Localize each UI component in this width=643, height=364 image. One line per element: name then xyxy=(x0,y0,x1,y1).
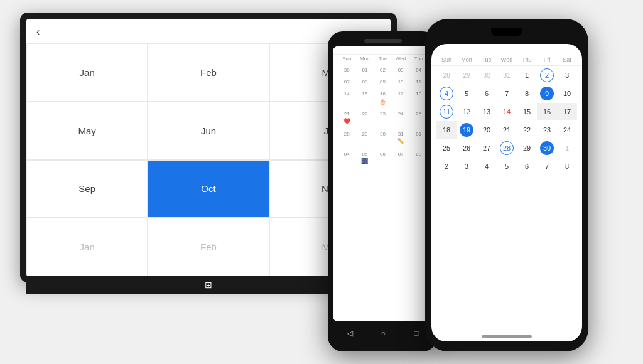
phone-day-cell[interactable]: 31✏️ xyxy=(392,129,410,147)
phone-day-cell[interactable]: 22 xyxy=(356,109,374,127)
phone-day-cell[interactable]: 01 xyxy=(356,65,374,75)
iphone-day-cell[interactable]: 1 xyxy=(557,139,577,157)
iphone-day-cell[interactable]: 20 xyxy=(477,121,497,139)
iphone-day-cell[interactable]: 1 xyxy=(517,67,537,84)
iphone-day-headers: SunMonTueWedThuFriSat xyxy=(431,54,582,66)
iphone-day-cell[interactable]: 18 xyxy=(436,121,457,139)
tablet-month-cell[interactable]: Jun xyxy=(148,102,269,160)
iphone-week-row: 18192021222324 xyxy=(436,121,577,139)
back-icon[interactable]: ‹ xyxy=(36,26,40,38)
iphone-day-cell[interactable]: 22 xyxy=(517,121,537,139)
iphone-day-cell[interactable]: 3 xyxy=(557,67,577,84)
phone-header xyxy=(333,46,433,55)
iphone-day-cell[interactable]: 7 xyxy=(537,158,557,175)
phone-day-cell[interactable]: 29 xyxy=(356,129,374,147)
iphone-screen: SunMonTueWedThuFriSat 282930311234567891… xyxy=(431,44,582,341)
phone-day-cell[interactable]: 30 xyxy=(374,129,392,147)
iphone-day-cell[interactable]: 2 xyxy=(537,67,557,84)
iphone-day-cell[interactable]: 5 xyxy=(497,158,517,175)
phone-home-nav[interactable]: ○ xyxy=(381,329,386,338)
iphone-day-cell[interactable]: 31 xyxy=(497,67,517,84)
iphone-week-row: 28293031123 xyxy=(436,67,577,84)
iphone-day-cell[interactable]: 7 xyxy=(497,85,517,102)
iphone-day-header: Mon xyxy=(457,56,477,63)
iphone-day-cell[interactable]: 29 xyxy=(517,139,537,157)
iphone-day-cell[interactable]: 11 xyxy=(436,103,457,120)
iphone-day-cell[interactable]: 4 xyxy=(477,158,497,175)
phone-nav-bar: ◁ ○ □ xyxy=(333,324,433,343)
iphone-day-cell[interactable]: 17 xyxy=(557,103,577,120)
phone-day-cell[interactable]: 04 xyxy=(338,149,356,167)
phone-day-cell[interactable]: 07 xyxy=(338,77,356,87)
phone-day-cell[interactable]: 23 xyxy=(374,109,392,127)
phone-notch xyxy=(364,39,402,43)
iphone-day-header: Sun xyxy=(436,56,457,63)
iphone-day-cell[interactable]: 25 xyxy=(436,139,457,157)
iphone-day-cell[interactable]: 2 xyxy=(436,158,457,175)
phone-day-header: Mon xyxy=(356,56,374,62)
iphone-notch-inner xyxy=(491,28,522,36)
phone-device: SunMonTueWedThu 300102030407080910111415… xyxy=(328,31,438,351)
iphone-day-cell[interactable]: 8 xyxy=(557,158,577,175)
iphone-week-row: 2526272829301 xyxy=(436,139,577,157)
tablet-month-cell[interactable]: Sep xyxy=(26,160,148,218)
iphone-day-cell[interactable]: 23 xyxy=(537,121,557,139)
tablet-month-cell[interactable]: Jan xyxy=(26,218,148,276)
phone-day-cell[interactable]: 02 xyxy=(374,65,392,75)
iphone-day-cell[interactable]: 29 xyxy=(457,67,477,84)
phone-screen: SunMonTueWedThu 300102030407080910111415… xyxy=(333,46,433,321)
iphone-day-cell[interactable]: 8 xyxy=(517,85,537,102)
tablet-month-cell[interactable]: Feb xyxy=(148,43,269,102)
phone-day-cell[interactable]: 10 xyxy=(392,77,410,87)
iphone-day-cell[interactable]: 9 xyxy=(537,85,557,102)
iphone-day-cell[interactable]: 10 xyxy=(557,85,577,102)
iphone-day-cell[interactable]: 28 xyxy=(497,139,517,157)
tablet-month-cell[interactable]: May xyxy=(26,102,148,160)
iphone-day-cell[interactable]: 6 xyxy=(517,158,537,175)
phone-day-cell[interactable]: 06 xyxy=(374,149,392,167)
iphone-day-cell[interactable]: 15 xyxy=(517,103,537,120)
phone-day-cell[interactable]: 30 xyxy=(338,65,356,75)
phone-week-row: 28293031✏️01 xyxy=(338,129,428,147)
phone-day-cell[interactable]: 16🎂 xyxy=(374,89,392,107)
phone-week-row: 141516🎂1718 xyxy=(338,89,428,107)
iphone-day-cell[interactable]: 19 xyxy=(457,121,477,139)
iphone-day-cell[interactable]: 6 xyxy=(477,85,497,102)
phone-recent-nav[interactable]: □ xyxy=(414,329,418,338)
phone-day-cell[interactable]: 28 xyxy=(338,129,356,147)
phone-back-nav[interactable]: ◁ xyxy=(347,329,353,338)
iphone-day-cell[interactable]: 12 xyxy=(457,103,477,120)
phone-day-cell[interactable]: 21❤️ xyxy=(338,109,356,127)
iphone-day-cell[interactable]: 5 xyxy=(457,85,477,102)
iphone-day-cell[interactable]: 21 xyxy=(497,121,517,139)
phone-day-cell[interactable]: 05🎆 xyxy=(356,149,374,167)
iphone-day-cell[interactable]: 3 xyxy=(457,158,477,175)
phone-day-cell[interactable]: 14 xyxy=(338,89,356,107)
phone-day-header: Wed xyxy=(392,56,410,62)
iphone-day-cell[interactable]: 30 xyxy=(537,139,557,157)
iphone-day-cell[interactable]: 16 xyxy=(537,103,557,120)
tablet-month-cell[interactable]: Jan xyxy=(26,43,148,102)
iphone-day-cell[interactable]: 27 xyxy=(477,139,497,157)
tablet-month-cell[interactable]: Oct xyxy=(148,160,269,218)
iphone-day-header: Thu xyxy=(517,56,537,63)
phone-day-cell[interactable]: 03 xyxy=(392,65,410,75)
phone-day-cell[interactable]: 15 xyxy=(356,89,374,107)
iphone-day-cell[interactable]: 14 xyxy=(497,103,517,120)
phone-week-row: 21❤️22232425 xyxy=(338,109,428,127)
iphone-day-cell[interactable]: 30 xyxy=(477,67,497,84)
phone-week-row: 3001020304 xyxy=(338,65,428,75)
iphone-day-header: Tue xyxy=(477,56,497,63)
iphone-day-cell[interactable]: 4 xyxy=(436,85,457,102)
iphone-day-cell[interactable]: 28 xyxy=(436,67,457,84)
phone-day-cell[interactable]: 08 xyxy=(356,77,374,87)
iphone-day-cell[interactable]: 24 xyxy=(557,121,577,139)
iphone-day-cell[interactable]: 13 xyxy=(477,103,497,120)
phone-day-cell[interactable]: 24 xyxy=(392,109,410,127)
iphone-day-cell[interactable]: 26 xyxy=(457,139,477,157)
phone-day-cell[interactable]: 17 xyxy=(392,89,410,107)
tablet-month-cell[interactable]: Feb xyxy=(148,218,269,276)
phone-day-cell[interactable]: 09 xyxy=(374,77,392,87)
phone-week-row: 0708091011 xyxy=(338,77,428,87)
phone-day-cell[interactable]: 07 xyxy=(392,149,410,167)
